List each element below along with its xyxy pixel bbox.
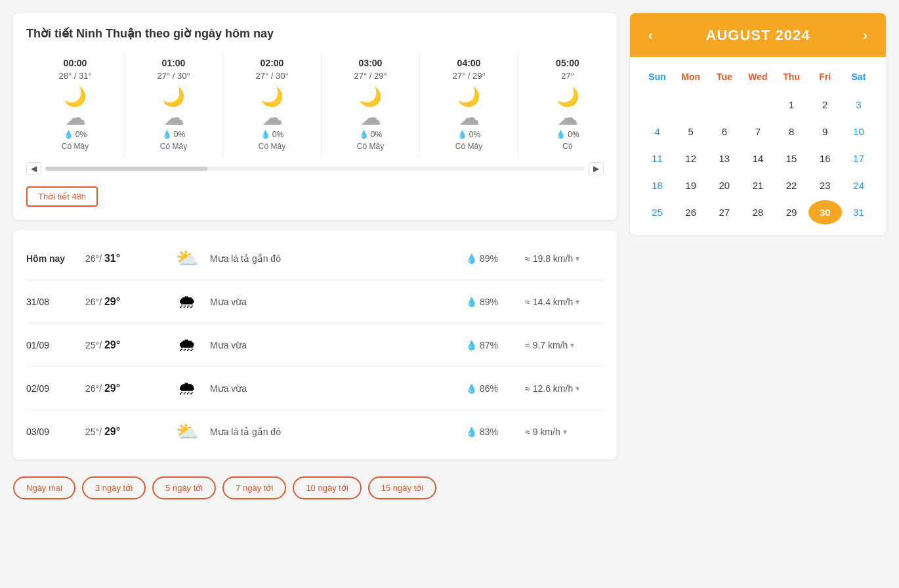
expand-icon[interactable]: ▾ xyxy=(575,384,579,393)
right-panel: ‹ AUGUST 2024 › SunMonTueWedThuFriSat ..… xyxy=(630,13,886,575)
calendar-next-btn[interactable]: › xyxy=(858,25,873,45)
daily-row[interactable]: 01/09 25°/ 29° 🌧 Mưa vừa 💧 87% ≈ 9.7 km/… xyxy=(26,324,604,367)
daily-wind: ≈ 19.8 km/h ▾ xyxy=(525,253,604,264)
calendar-cell[interactable]: 30 xyxy=(808,200,842,224)
nav-period-button[interactable]: 10 ngày tới xyxy=(293,476,361,499)
calendar-cell[interactable]: 14 xyxy=(741,146,774,171)
daily-weather-icon: 🌧 xyxy=(171,334,203,356)
daily-temp: 26°/ 29° xyxy=(85,383,164,394)
calendar-cell[interactable]: 29 xyxy=(775,200,808,224)
hour-item: 03:00 27° / 29° 🌙 ☁ 💧 0% Có Mây xyxy=(322,52,420,156)
daily-temp: 25°/ 29° xyxy=(85,426,164,438)
nav-period-button[interactable]: 7 ngày tới xyxy=(222,476,286,499)
expand-icon[interactable]: ▾ xyxy=(575,254,579,263)
daily-weather-icon: ⛅ xyxy=(171,247,203,269)
daily-humidity: 💧 86% xyxy=(466,383,518,394)
calendar-cell[interactable]: 4 xyxy=(640,119,674,144)
calendar-cell[interactable]: 22 xyxy=(775,173,808,198)
expand-icon[interactable]: ▾ xyxy=(570,341,574,350)
daily-row[interactable]: 02/09 26°/ 29° 🌧 Mưa vừa 💧 86% ≈ 12.6 km… xyxy=(26,367,604,410)
calendar-cell[interactable]: 7 xyxy=(741,119,774,144)
calendar-cell[interactable]: 23 xyxy=(808,173,842,198)
daily-row[interactable]: 03/09 25°/ 29° ⛅ Mưa lá tả gần đó 💧 83% … xyxy=(26,410,604,453)
drop-icon: 💧 xyxy=(466,427,477,437)
calendar-cell[interactable]: 17 xyxy=(842,146,875,171)
daily-wind: ≈ 9 km/h ▾ xyxy=(525,427,604,437)
calendar-cell[interactable]: 27 xyxy=(707,200,741,224)
hour-time: 01:00 xyxy=(162,58,186,68)
calendar-cell[interactable]: 24 xyxy=(842,173,875,198)
calendar-cell[interactable]: 31 xyxy=(842,200,875,224)
rain-drop-icon: 💧 xyxy=(162,130,172,139)
calendar-cell: . xyxy=(707,93,741,117)
expand-icon[interactable]: ▾ xyxy=(563,427,567,436)
calendar-cell[interactable]: 16 xyxy=(808,146,842,171)
left-panel: Thời tiết Ninh Thuận theo giờ ngày hôm n… xyxy=(13,13,617,575)
calendar-cell[interactable]: 10 xyxy=(842,119,875,144)
bottom-nav: Ngày mai3 ngày tới5 ngày tới7 ngày tới10… xyxy=(13,470,617,506)
calendar-cell[interactable]: 2 xyxy=(808,93,842,117)
daily-desc: Mưa vừa xyxy=(210,383,459,394)
expand-icon[interactable]: ▾ xyxy=(575,297,579,306)
hour-time: 04:00 xyxy=(457,58,481,68)
hour-rain: 💧 0% xyxy=(457,130,480,139)
calendar-cell[interactable]: 9 xyxy=(808,119,842,144)
scroll-right-btn[interactable]: ▶ xyxy=(589,162,604,175)
hour-item: 04:00 27° / 29° 🌙 ☁ 💧 0% Có Mây xyxy=(420,52,518,156)
nav-period-button[interactable]: Ngày mai xyxy=(13,476,75,499)
hourly-scroll-wrapper[interactable]: 00:00 28° / 31° 🌙 ☁ 💧 0% Có Mây 01:00 27… xyxy=(26,52,604,156)
calendar-prev-btn[interactable]: ‹ xyxy=(643,25,658,45)
calendar-cell[interactable]: 18 xyxy=(640,173,674,198)
daily-desc: Mưa vừa xyxy=(210,340,459,350)
hour-item: 02:00 27° / 30° 🌙 ☁ 💧 0% Có Mây xyxy=(223,52,322,156)
calendar-cell: . xyxy=(640,93,674,117)
hour-temp: 27° / 30° xyxy=(255,71,288,81)
hour-temp: 27° / 30° xyxy=(157,71,190,81)
calendar-days-header: SunMonTueWedThuFriSat xyxy=(640,68,875,86)
nav-period-button[interactable]: 3 ngày tới xyxy=(82,476,146,499)
calendar-grid: SunMonTueWedThuFriSat ....12345678910111… xyxy=(630,57,886,235)
calendar-day-name: Tue xyxy=(707,68,741,86)
calendar-cell[interactable]: 28 xyxy=(741,200,774,224)
daily-humidity: 💧 83% xyxy=(466,427,518,437)
rain-drop-icon: 💧 xyxy=(261,130,270,139)
daily-forecast-card: Hôm nay 26°/ 31° ⛅ Mưa lá tả gần đó 💧 89… xyxy=(13,230,617,459)
rain-drop-icon: 💧 xyxy=(556,130,566,139)
hour-rain: 💧 0% xyxy=(64,130,87,139)
calendar-cell[interactable]: 15 xyxy=(775,146,808,171)
daily-humidity: 💧 89% xyxy=(466,253,518,264)
calendar-cell[interactable]: 26 xyxy=(674,200,707,224)
calendar-cell[interactable]: 11 xyxy=(640,146,674,171)
calendar-cell[interactable]: 20 xyxy=(707,173,741,198)
wind-icon: ≈ xyxy=(525,253,530,264)
hour-item: 05:00 27° 🌙 ☁ 💧 0% Có xyxy=(518,52,604,156)
calendar-cell[interactable]: 12 xyxy=(674,146,707,171)
wind-icon: ≈ xyxy=(525,383,530,394)
daily-row[interactable]: Hôm nay 26°/ 31° ⛅ Mưa lá tả gần đó 💧 89… xyxy=(26,237,604,280)
hour-time: 02:00 xyxy=(261,58,284,68)
hour-desc: Có Mây xyxy=(62,142,89,151)
wind-icon: ≈ xyxy=(525,297,530,307)
calendar-cell[interactable]: 6 xyxy=(707,119,741,144)
calendar-cell[interactable]: 1 xyxy=(775,93,808,117)
drop-icon: 💧 xyxy=(466,253,477,264)
daily-row[interactable]: 31/08 26°/ 29° 🌧 Mưa vừa 💧 89% ≈ 14.4 km… xyxy=(26,280,604,324)
nav-period-button[interactable]: 15 ngày tới xyxy=(368,476,436,499)
wind-icon: ≈ xyxy=(525,340,530,350)
scroll-left-btn[interactable]: ◀ xyxy=(26,162,41,175)
scrollbar-track[interactable] xyxy=(45,167,585,171)
calendar-cell[interactable]: 19 xyxy=(674,173,707,198)
hourly-container: 00:00 28° / 31° 🌙 ☁ 💧 0% Có Mây 01:00 27… xyxy=(26,52,604,156)
forecast-48h-button[interactable]: Thời tiết 48h xyxy=(26,186,98,207)
calendar-cell[interactable]: 13 xyxy=(707,146,741,171)
calendar-cell[interactable]: 25 xyxy=(640,200,674,224)
calendar-day-name: Fri xyxy=(808,68,842,86)
hour-temp: 27° xyxy=(561,71,574,81)
hour-rain: 💧 0% xyxy=(261,130,283,139)
daily-wind: ≈ 9.7 km/h ▾ xyxy=(525,340,604,350)
calendar-cell[interactable]: 21 xyxy=(741,173,774,198)
nav-period-button[interactable]: 5 ngày tới xyxy=(152,476,216,499)
calendar-cell[interactable]: 5 xyxy=(674,119,707,144)
calendar-cell[interactable]: 3 xyxy=(842,93,875,117)
calendar-cell[interactable]: 8 xyxy=(775,119,808,144)
